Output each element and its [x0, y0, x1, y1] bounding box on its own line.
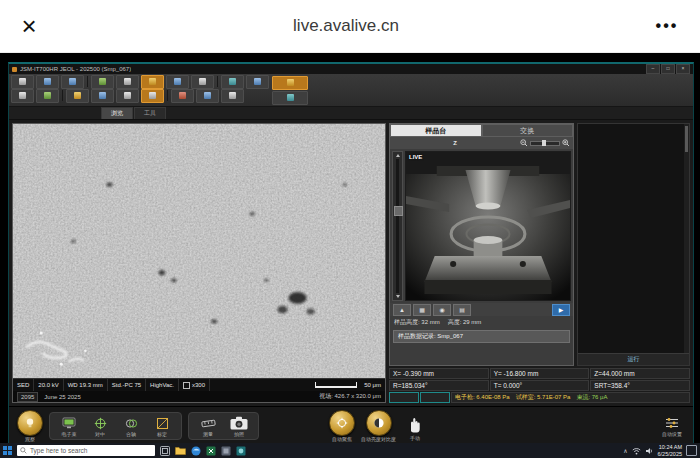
gear-icon	[69, 78, 76, 85]
camera-zoom-control[interactable]	[520, 139, 570, 147]
readout-toggle-1[interactable]	[389, 392, 419, 403]
file-explorer-icon[interactable]	[175, 446, 186, 455]
measure-button[interactable]: 测量	[195, 415, 221, 437]
sample-record[interactable]: 样品数据记录: Smp_067	[393, 330, 570, 343]
save-button[interactable]	[36, 75, 59, 89]
beam-icon	[74, 92, 81, 99]
autofocus-button[interactable]: 自动聚焦	[329, 410, 355, 442]
gun-vacuum-value: 电子枪: 6.40E-08 Pa	[455, 393, 510, 402]
filter-on-button[interactable]	[272, 76, 308, 90]
taskbar-clock[interactable]: 10:24 AM 6/25/2025	[658, 444, 682, 457]
evac-button[interactable]	[196, 89, 219, 103]
calibration-button[interactable]: 标定	[149, 415, 175, 437]
help-icon	[229, 92, 236, 99]
tab-stage[interactable]: 样品台	[390, 124, 482, 137]
play-button[interactable]: ▶	[552, 304, 570, 316]
sample-height-value: 样品高度: 32 mm	[394, 318, 440, 327]
zoom-in-icon[interactable]	[562, 139, 570, 147]
app-icon-teal[interactable]	[236, 446, 246, 456]
tab-browse[interactable]: 浏览	[101, 107, 133, 119]
readout-toggle-2[interactable]	[420, 392, 450, 403]
sem-image[interactable]	[13, 124, 385, 378]
z-slider-thumb[interactable]	[394, 206, 403, 216]
tab-exchange[interactable]: 交换	[482, 124, 574, 137]
zoom-slider-thumb[interactable]	[542, 140, 546, 146]
bulb-icon	[24, 417, 36, 429]
maximize-button[interactable]: □	[661, 64, 675, 74]
auto-brightness-contrast-button[interactable]: 自动亮度对比度	[361, 410, 396, 442]
auto-setup-button[interactable]: 自动设置	[659, 415, 685, 437]
centering-button[interactable]: 对中	[87, 415, 113, 437]
run-button[interactable]: 运行	[578, 353, 689, 365]
app-titlebar[interactable]: JSM-IT700HR JEOL - 202500 (Smp_067) – □ …	[9, 64, 693, 74]
queue-scroll-thumb[interactable]	[685, 126, 688, 152]
start-button[interactable]	[3, 446, 12, 455]
z-position: Z=44.000 mm	[590, 368, 690, 379]
chamber-vacuum-value: 试样室: 5.71E-07 Pa	[516, 393, 571, 402]
observe-mode-button[interactable]	[91, 75, 114, 89]
sem-status-bar: SED 20.0 kV WD 19.3 mm Std.-PC 75 HighVa…	[13, 378, 385, 391]
stage-readout: X= -0.390 mm Y= -16.800 mm Z=44.000 mm R…	[389, 368, 690, 403]
sem-application-window: JSM-IT700HR JEOL - 202500 (Smp_067) – □ …	[8, 62, 694, 446]
scan-icon	[149, 78, 156, 85]
frame-counter[interactable]: 2095	[17, 392, 38, 402]
z-up-icon[interactable]	[396, 154, 400, 157]
action-center-icon[interactable]	[686, 445, 697, 456]
close-icon[interactable]: ×	[0, 13, 58, 39]
live-view-button[interactable]	[141, 89, 164, 103]
chamber-camera-image	[406, 152, 570, 300]
speed-icon	[174, 78, 181, 85]
stage-up-button[interactable]: ▲	[393, 304, 411, 316]
manual-mode-button[interactable]: 手动	[402, 411, 428, 441]
integration-button[interactable]	[191, 75, 214, 89]
camera-capture-button[interactable]: ◉	[433, 304, 451, 316]
export-button[interactable]	[36, 89, 59, 103]
scan-mode-button[interactable]	[141, 75, 164, 89]
app-icon-gray[interactable]	[221, 446, 231, 456]
align-icon	[125, 417, 138, 430]
queue-scrollbar[interactable]	[684, 124, 689, 353]
snapshot-button[interactable]	[116, 89, 139, 103]
beam-monitor-button[interactable]: 电子束	[56, 415, 82, 437]
excel-icon[interactable]	[206, 446, 216, 456]
open-button[interactable]	[11, 89, 34, 103]
observe-button[interactable]: 观察	[17, 410, 43, 442]
z-down-icon[interactable]	[396, 295, 400, 298]
grid-button[interactable]: ▦	[413, 304, 431, 316]
alignment-button[interactable]: 合轴	[118, 415, 144, 437]
scan-speed-button[interactable]	[166, 75, 189, 89]
tray-chevron-icon[interactable]: ∧	[623, 447, 627, 454]
observe-icon	[99, 78, 106, 85]
chamber-camera-view[interactable]: LIVE	[405, 151, 571, 301]
photo-button[interactable]: 拍照	[226, 415, 252, 437]
z-slider[interactable]	[392, 151, 403, 301]
zoom-out-icon[interactable]	[520, 139, 528, 147]
monitor-icon	[62, 417, 76, 430]
taskview-icon[interactable]	[160, 446, 170, 456]
tray-time: 10:24 AM	[659, 444, 682, 451]
file-button[interactable]	[11, 75, 34, 89]
freeze-button[interactable]	[116, 75, 139, 89]
snapshot-icon	[124, 92, 131, 99]
menu-icon[interactable]: •••	[634, 17, 700, 35]
wifi-icon[interactable]	[632, 447, 641, 455]
vent-button[interactable]	[171, 89, 194, 103]
taskbar-search[interactable]: Type here to search	[17, 445, 155, 456]
crosshair-icon	[94, 417, 107, 430]
edge-icon[interactable]	[191, 446, 201, 456]
measure-tool-button[interactable]	[221, 75, 244, 89]
zoom-slider[interactable]	[530, 141, 560, 146]
help-button[interactable]	[221, 89, 244, 103]
tab-tools[interactable]: 工具	[134, 107, 166, 119]
settings-button[interactable]	[61, 75, 84, 89]
annotate-icon	[254, 78, 261, 85]
layout-button[interactable]: ▤	[453, 304, 471, 316]
filter-off-button[interactable]	[272, 91, 308, 105]
annotate-button[interactable]	[246, 75, 269, 89]
minimize-button[interactable]: –	[646, 64, 660, 74]
stage-move-button[interactable]	[91, 89, 114, 103]
window-close-button[interactable]: ×	[676, 64, 690, 74]
speaker-icon[interactable]	[645, 447, 654, 455]
beam-on-button[interactable]	[66, 89, 89, 103]
working-distance-value: WD 19.3 mm	[64, 379, 108, 391]
